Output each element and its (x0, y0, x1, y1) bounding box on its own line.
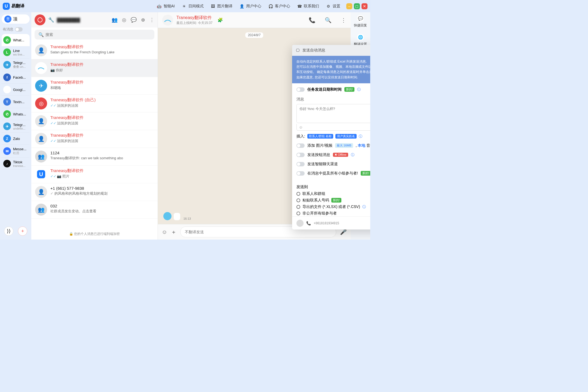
rail-account[interactable]: TTextn... (2, 96, 30, 108)
msg-avatar (163, 212, 171, 220)
auto-message-modal: 🖵 发送自动消息 ⇲ ☐ ✕ 自动向选定的联系人/群组或 Excel 列表发送消… (292, 45, 370, 229)
topbar-icon: ☎ (297, 4, 302, 9)
sendto-option[interactable]: 导出的文件 (*.XLSX) 或者 (*.CSV) ⓘ (296, 204, 370, 210)
rail-account[interactable]: ZZalo (2, 133, 30, 145)
modal-banner: 自动向选定的联系人/群组或 Excel 列表发送消息. 您可以在消息中添加图像、… (292, 56, 370, 83)
emoji-picker-icon[interactable]: ☺ (299, 125, 303, 129)
topbar-icon: ⚙ (326, 4, 331, 9)
conv-title: Traneasy翻译软件 (176, 15, 213, 21)
sendto-option[interactable]: 非公开所有组参与者 (296, 210, 370, 216)
msg-time: 16:13 (183, 217, 191, 220)
rail-add-button[interactable]: + (18, 226, 27, 236)
chat-item[interactable]: ◎Traneasy翻译软件 (自己)✓✓法国岁的法国 (31, 95, 158, 112)
info-icon[interactable]: ⓘ (351, 152, 354, 157)
chat-item[interactable]: 👤Traneasy翻译软件✓✓法国岁的法国 (31, 130, 158, 148)
app-logo-icon: U (3, 3, 10, 10)
rail-top-toggle[interactable]: 普 顶 (2, 14, 30, 24)
schedule-toggle[interactable] (296, 87, 305, 92)
topbar-item-6[interactable]: ⚙设置 (326, 4, 340, 9)
mic-icon[interactable]: 🎤 (340, 229, 347, 235)
topbar-icon: 🖼 (210, 4, 216, 9)
insert-label: 插入: (296, 134, 305, 139)
rail-account[interactable]: LLinews line... (2, 46, 30, 59)
topbar-icon: 🤖 (157, 4, 162, 9)
sendto-option[interactable]: 联系人和群组 (296, 191, 370, 197)
account-name: ████████ (57, 18, 109, 22)
svg-point-0 (38, 18, 42, 22)
rail-hasmsg-label: 有消息 (3, 27, 13, 32)
topbar-icon: 🎧 (268, 4, 273, 9)
conv-kebab-icon[interactable]: ⋮ (341, 17, 346, 23)
message-label: 消息 (292, 94, 370, 103)
message-textarea[interactable] (296, 104, 370, 123)
rail-hasmsg-toggle[interactable] (15, 27, 23, 32)
info-icon[interactable]: ⓘ (357, 87, 361, 92)
rail-top-label: 顶 (13, 16, 17, 22)
rail-account[interactable]: GGoogl... (2, 84, 30, 96)
footer-avatar (296, 220, 304, 227)
new-icon[interactable]: ⊕ (141, 17, 145, 23)
chat-item[interactable]: 👤Traneasy翻译软件✓✓法国岁的法国 (31, 112, 158, 130)
account-avatar[interactable] (35, 14, 45, 25)
group-icon[interactable]: 👥 (112, 17, 118, 23)
smart-channel-toggle[interactable] (296, 162, 305, 166)
msg-bubble (174, 213, 180, 220)
insert-pill-contact[interactable]: 联系人/群组 名称 (307, 134, 333, 139)
sendto-label: 发送到 (296, 185, 308, 189)
mention-all-toggle[interactable] (296, 171, 305, 176)
footer-number: +8618181934915 (314, 221, 339, 225)
rail-account[interactable]: ✈Telegr...undefin... (2, 120, 30, 133)
topbar-item-4[interactable]: 🎧客户中心 (268, 4, 290, 9)
status-icon[interactable]: ◎ (122, 17, 126, 23)
chat-item[interactable]: 👤Traneasy翻译软件Satan gives to the French D… (31, 42, 158, 59)
wrench-icon[interactable]: 🔧 (48, 17, 54, 23)
modal-title: 发送自动消息 (302, 48, 325, 53)
topbar-item-2[interactable]: 🖼图片翻译 (210, 4, 232, 9)
window-minimize-button[interactable]: – (346, 3, 352, 9)
window-maximize-button[interactable]: ◻ (354, 3, 360, 9)
topbar-item-0[interactable]: 🤖智能AI (157, 4, 175, 9)
schedule-label: 任务发送日期和时间 (307, 87, 342, 92)
attach-icon[interactable]: ＋ (171, 228, 176, 236)
attach-toggle[interactable] (296, 143, 305, 148)
rail-account[interactable]: ♪Tiktoktraneas... (2, 158, 30, 170)
chat-item[interactable]: 👥032社群成员发生变动。点击查看 (31, 201, 158, 219)
info-icon[interactable]: ⓘ (359, 134, 362, 139)
phone-icon: 📞 (306, 221, 311, 225)
rail-account[interactable]: ✆What... (2, 34, 30, 46)
rrail-item-1[interactable]: 🌐翻译设置 (354, 34, 367, 47)
app-badges-icon: 🧩 (218, 17, 223, 23)
search-input[interactable] (35, 30, 154, 39)
call-icon[interactable]: 📞 (309, 17, 316, 23)
conv-avatar[interactable] (162, 15, 173, 26)
topbar-icon: 👤 (239, 4, 244, 9)
insert-pill-realname[interactable]: 用户真实姓名 (335, 134, 357, 139)
topbar-item-1[interactable]: ☀日间模式 (181, 4, 204, 9)
button-msg-toggle[interactable] (296, 153, 305, 157)
chat-item[interactable]: 👥1124Traneasy翻译软件: can we talk something… (31, 148, 158, 166)
rail-account[interactable]: ✈Telegr...叠叠 un... (2, 59, 30, 71)
rail-account[interactable]: fFaceb... (2, 71, 30, 84)
chat-item[interactable]: UTraneasy翻译软件✓✓📷 照片 (31, 166, 158, 183)
app-name: 易翻译 (11, 3, 24, 9)
search-icon: 🔍 (38, 32, 44, 37)
topbar-item-5[interactable]: ☎联系我们 (297, 4, 319, 9)
rail-account[interactable]: ✆Whats... (2, 108, 30, 120)
new-badge: 新的! (344, 87, 354, 92)
date-pill: 2024/8/7 (245, 32, 264, 38)
chat-icon[interactable]: 💬 (131, 17, 137, 23)
rail-badge: 普 (4, 16, 11, 23)
rail-account[interactable]: ✉Messe...杜滔 (2, 145, 30, 158)
emoji-icon[interactable]: ☺ (162, 229, 167, 235)
kebab-icon[interactable]: ⋮ (149, 17, 154, 23)
chat-item[interactable]: ✈Traneasy翻译软件和嗯咯 (31, 77, 158, 95)
sendto-option[interactable]: 粘贴联系人号码 新的! (296, 197, 370, 204)
chat-item[interactable]: Traneasy翻译软件📷 你好 (31, 59, 158, 77)
rrail-item-0[interactable]: 💬快捷回复 (354, 15, 367, 28)
rail-expand-button[interactable]: ⟩⟩ (4, 226, 13, 236)
encryption-note: 🔒 您的个人消息已进行端到端加密 (31, 228, 158, 240)
topbar-item-3[interactable]: 👤用户中心 (239, 4, 261, 9)
search-in-chat-icon[interactable]: 🔍 (325, 17, 332, 23)
chat-item[interactable]: 👤+1 (661) 577-9838✓ 的风格和的风格和地方规划的规划 (31, 183, 158, 201)
window-close-button[interactable]: ✕ (362, 3, 367, 9)
